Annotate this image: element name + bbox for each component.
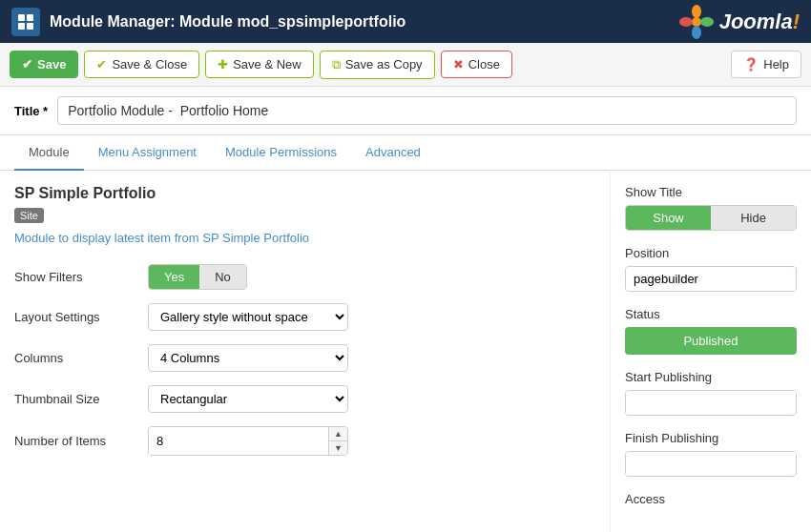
save-button[interactable]: ✔ Save <box>10 51 78 78</box>
help-icon: ❓ <box>743 57 759 72</box>
show-filters-row: Show Filters Yes No <box>14 264 595 290</box>
layout-settings-select[interactable]: Gallery style without space <box>148 303 348 331</box>
help-button[interactable]: ❓ Help <box>731 51 801 78</box>
columns-select[interactable]: 4 Columns <box>148 344 348 372</box>
start-publishing-input[interactable] <box>626 391 797 415</box>
stepper-down[interactable]: ▼ <box>329 441 347 455</box>
number-items-row: Number of Items ▲ ▼ <box>14 426 595 456</box>
tab-bar: Module Menu Assignment Module Permission… <box>0 135 811 171</box>
save-check-icon: ✔ <box>22 57 32 72</box>
module-description: Module to display latest item from SP Si… <box>14 231 595 245</box>
svg-point-7 <box>692 26 701 39</box>
save-close-button[interactable]: ✔ Save & Close <box>84 51 199 78</box>
show-title-label: Show Title <box>625 185 797 199</box>
show-title-section: Show Title Show Hide <box>625 185 797 231</box>
thumbnail-size-row: Thumbnail Size Rectangular <box>14 385 595 413</box>
show-filters-toggle: Yes No <box>148 264 247 290</box>
thumbnail-size-label: Thumbnail Size <box>14 392 138 406</box>
show-filters-no[interactable]: No <box>199 265 246 289</box>
thumbnail-size-select[interactable]: Rectangular <box>148 385 348 413</box>
start-publishing-section: Start Publishing 📅 <box>625 370 797 416</box>
layout-settings-label: Layout Settings <box>14 310 138 324</box>
position-field: ✕ ▼ <box>625 266 797 292</box>
number-items-label: Number of Items <box>14 434 138 448</box>
start-publishing-field: 📅 <box>625 390 797 416</box>
position-label: Position <box>625 246 797 260</box>
layout-settings-row: Layout Settings Gallery style without sp… <box>14 303 595 331</box>
svg-rect-1 <box>27 14 33 21</box>
site-badge: Site <box>14 208 44 223</box>
tab-module-permissions[interactable]: Module Permissions <box>211 135 351 171</box>
show-filters-yes[interactable]: Yes <box>149 265 199 289</box>
finish-publishing-input[interactable] <box>626 452 797 476</box>
page-title: Module Manager: Module mod_spsimpleportf… <box>50 13 406 31</box>
finish-publishing-field: 📅 <box>625 451 797 477</box>
joomla-text: Joomla! <box>719 10 800 34</box>
title-label: Title * <box>14 104 48 118</box>
module-icon <box>11 8 40 36</box>
x-icon: ✖ <box>453 57 464 72</box>
position-section: Position ✕ ▼ <box>625 246 797 292</box>
header-left: Module Manager: Module mod_spsimpleportf… <box>11 8 406 36</box>
columns-label: Columns <box>14 351 138 365</box>
number-items-input[interactable] <box>149 427 328 455</box>
start-publishing-label: Start Publishing <box>625 370 797 384</box>
show-filters-label: Show Filters <box>14 270 138 284</box>
copy-icon: ⧉ <box>332 57 341 72</box>
status-section: Status Published <box>625 307 797 355</box>
svg-point-6 <box>700 17 714 27</box>
module-name: SP Simple Portfolio <box>14 185 595 202</box>
tab-menu-assignment[interactable]: Menu Assignment <box>84 135 211 171</box>
plus-icon: ✚ <box>218 57 228 72</box>
show-title-hide-btn[interactable]: Hide <box>711 206 796 230</box>
tab-advanced[interactable]: Advanced <box>351 135 435 171</box>
svg-rect-3 <box>27 23 33 30</box>
finish-publishing-section: Finish Publishing 📅 <box>625 431 797 477</box>
svg-rect-0 <box>18 14 25 21</box>
title-row: Title * <box>0 87 811 135</box>
stepper-buttons: ▲ ▼ <box>328 427 347 455</box>
tab-module[interactable]: Module <box>14 135 84 171</box>
finish-publishing-label: Finish Publishing <box>625 431 797 445</box>
checkmark-icon: ✔ <box>96 57 107 72</box>
svg-point-8 <box>679 17 693 27</box>
toolbar: ✔ Save ✔ Save & Close ✚ Save & New ⧉ Sav… <box>0 43 811 87</box>
number-items-stepper: ▲ ▼ <box>148 426 348 456</box>
stepper-up[interactable]: ▲ <box>329 427 347 441</box>
header-bar: Module Manager: Module mod_spsimpleportf… <box>0 0 811 43</box>
show-title-show-btn[interactable]: Show <box>626 206 711 230</box>
position-input[interactable] <box>626 267 797 291</box>
status-label: Status <box>625 307 797 321</box>
svg-rect-2 <box>18 23 25 30</box>
access-label: Access <box>625 492 797 506</box>
access-section: Access <box>625 492 797 506</box>
main-content: SP Simple Portfolio Site Module to displ… <box>0 171 811 532</box>
close-button[interactable]: ✖ Close <box>441 51 512 78</box>
svg-point-4 <box>692 17 701 27</box>
status-published: Published <box>625 327 797 355</box>
left-panel: SP Simple Portfolio Site Module to displ… <box>0 171 611 532</box>
title-input[interactable] <box>57 96 797 125</box>
joomla-logo: Joomla! <box>679 5 800 39</box>
columns-row: Columns 4 Columns <box>14 344 595 372</box>
svg-point-5 <box>692 5 701 18</box>
save-copy-button[interactable]: ⧉ Save as Copy <box>320 51 435 79</box>
show-title-toggle: Show Hide <box>625 205 797 231</box>
right-panel: Show Title Show Hide Position ✕ ▼ Status… <box>611 171 811 532</box>
save-new-button[interactable]: ✚ Save & New <box>205 51 314 78</box>
